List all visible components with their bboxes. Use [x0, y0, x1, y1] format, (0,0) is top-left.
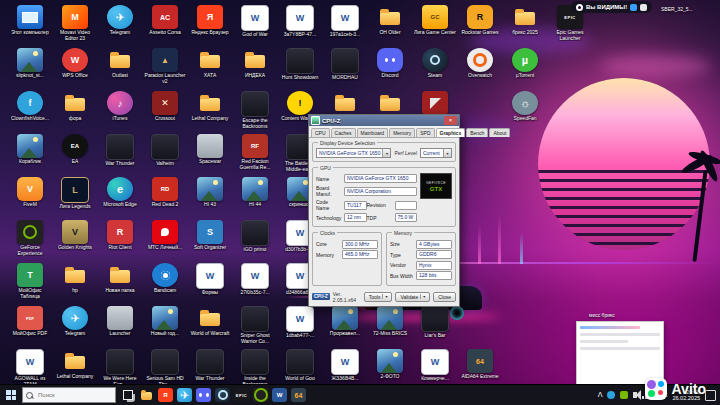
tab-bench[interactable]: Bench: [466, 128, 488, 137]
desktop-icon[interactable]: hp: [53, 263, 97, 294]
desktop-icon[interactable]: SpeedFan: [503, 91, 547, 122]
desktop-icon[interactable]: Paradox Launcher v2: [143, 48, 187, 84]
overlay-mini-icon[interactable]: [630, 4, 637, 11]
desktop-icon[interactable]: Movavi Video Editor 23: [53, 5, 97, 41]
volume-icon[interactable]: [633, 392, 637, 398]
overlay-mini-icon[interactable]: [640, 4, 647, 11]
desktop-icon[interactable]: Яндекс Браузер: [188, 5, 232, 36]
desktop-icon[interactable]: Проржавел...: [323, 306, 367, 337]
desktop-icon[interactable]: Outlast: [98, 48, 142, 79]
desktop-icon[interactable]: Red Dead 2: [143, 177, 187, 208]
desktop-icon[interactable]: slipknot_st...: [8, 48, 52, 79]
desktop-icon[interactable]: фора: [53, 91, 97, 122]
desktop-icon[interactable]: Inside the Backrooms: [233, 349, 277, 387]
search-input[interactable]: [36, 391, 104, 399]
tab-memory[interactable]: Memory: [389, 128, 415, 137]
telegram-tray-icon[interactable]: [607, 391, 615, 399]
word-icon[interactable]: [272, 388, 287, 402]
display-device-dropdown[interactable]: NVIDIA GeForce GTX 1650 ▾: [316, 148, 391, 158]
desktop-icon[interactable]: HI 43: [188, 177, 232, 208]
yandex-browser-icon[interactable]: [158, 388, 173, 402]
desktop-icon[interactable]: Rockstar Games: [458, 5, 502, 36]
desktop-icon[interactable]: Формы: [188, 263, 232, 296]
desktop-icon[interactable]: Bandicam: [143, 263, 187, 294]
desktop-icon[interactable]: Этот компьютер: [8, 5, 52, 36]
desktop-icon[interactable]: Golden Knights: [53, 220, 97, 251]
close-window-button[interactable]: Close: [433, 292, 456, 302]
desktop-icon[interactable]: Riot Client: [98, 220, 142, 251]
desktop-icon[interactable]: Steam: [413, 48, 457, 79]
desktop-icon[interactable]: ХАТА: [188, 48, 232, 79]
desktop-icon[interactable]: брикс 2025: [503, 5, 547, 36]
desktop-icon[interactable]: Sniper Ghost Warrior Co...: [233, 306, 277, 344]
desktop-icon[interactable]: Serious Sam HD The...: [143, 349, 187, 387]
close-button[interactable]: ×: [444, 116, 457, 125]
desktop-icon[interactable]: Assetto Corsa: [143, 5, 187, 36]
desktop-icon[interactable]: Overwatch: [458, 48, 502, 79]
perf-level-dropdown[interactable]: Current ▾: [420, 148, 452, 158]
desktop-icon[interactable]: World of Warcraft: [188, 306, 232, 337]
desktop-icon[interactable]: Escape the Backrooms: [233, 91, 277, 129]
desktop-icon[interactable]: AIDA64 Extreme: [458, 349, 502, 380]
desktop-icon[interactable]: MORDHAU: [323, 48, 367, 81]
desktop-icon[interactable]: 27f0b35c-7...: [233, 263, 277, 296]
desktop-icon[interactable]: МТС Личный...: [143, 220, 187, 251]
desktop-icon[interactable]: Кораблик: [8, 134, 52, 165]
tab-spd[interactable]: SPD: [416, 128, 434, 137]
cpuz-titlebar[interactable]: CPU-Z ×: [309, 115, 459, 126]
desktop-icon[interactable]: EA: [53, 134, 97, 165]
desktop-icon[interactable]: AGOWALL из 2ТАМ: [8, 349, 52, 387]
desktop-icon[interactable]: Новый год...: [143, 306, 187, 337]
tab-about[interactable]: About: [489, 128, 510, 137]
tab-caches[interactable]: Caches: [331, 128, 356, 137]
desktop-icon[interactable]: Soft Organizer: [188, 220, 232, 251]
epic-games-icon[interactable]: [234, 388, 249, 402]
desktop-icon[interactable]: Launcher: [98, 306, 142, 337]
desktop-icon[interactable]: Red Faction Guerrilla Re...: [233, 134, 277, 170]
desktop-icon[interactable]: МойОфис PDF: [8, 306, 52, 337]
desktop-icon[interactable]: ИНДЕКА: [233, 48, 277, 79]
desktop-icon[interactable]: War Thunder: [188, 349, 232, 382]
desktop-icon[interactable]: Новая папка: [98, 263, 142, 294]
desktop-icon[interactable]: 1dbab477-...: [278, 306, 322, 339]
desktop-icon[interactable]: HI 44: [233, 177, 277, 208]
desktop-icon[interactable]: Lethal Company: [53, 349, 97, 380]
geforce-experience-icon[interactable]: [253, 388, 268, 402]
start-button[interactable]: [0, 385, 22, 405]
discord-icon[interactable]: [196, 388, 211, 402]
desktop-icon[interactable]: Лига Game Center: [413, 5, 457, 36]
desktop-icon[interactable]: Коммерче...: [413, 349, 457, 382]
validate-button[interactable]: Validate ▾: [395, 292, 430, 302]
desktop-file-label[interactable]: мисс брикс: [589, 312, 615, 318]
desktop-icon[interactable]: Lethal Company: [188, 91, 232, 122]
desktop-icon[interactable]: God of War: [233, 5, 277, 38]
desktop-icon[interactable]: Telegram: [98, 5, 142, 36]
desktop-icon[interactable]: GeForce Experience: [8, 220, 52, 256]
telegram-icon[interactable]: [177, 388, 192, 402]
nvidia-tray-icon[interactable]: [620, 391, 628, 399]
desktop-icon[interactable]: ClownfishVoice...: [8, 91, 52, 122]
desktop-icon[interactable]: FiveM: [8, 177, 52, 208]
desktop-icon[interactable]: 3a7Y8BP-47...: [278, 5, 322, 38]
desktop-icon[interactable]: World of Goo: [278, 349, 322, 382]
desktop-icon[interactable]: War Thunder: [98, 134, 142, 167]
taskbar-search[interactable]: [22, 387, 116, 403]
desktop-icon[interactable]: Microsoft Edge: [98, 177, 142, 208]
desktop-icon[interactable]: МойОфис Таблица: [8, 263, 52, 299]
tools-button[interactable]: Tools ▾: [364, 292, 393, 302]
desktop-icon[interactable]: Telegram: [53, 306, 97, 337]
tab-graphics[interactable]: Graphics: [436, 128, 466, 137]
desktop-icon[interactable]: 2-ФОТО: [368, 349, 412, 380]
desktop-icon[interactable]: Valheim: [143, 134, 187, 167]
aida64-icon[interactable]: [291, 388, 306, 402]
tray-expand-chevron[interactable]: ᐱ: [598, 391, 603, 399]
tab-mainboard[interactable]: Mainboard: [357, 128, 389, 137]
desktop-file-label[interactable]: SBER_32_5...: [661, 6, 693, 12]
action-center-icon[interactable]: [705, 390, 716, 401]
desktop-icon[interactable]: 72-Miss BRICS: [368, 306, 412, 337]
file-explorer-icon[interactable]: [139, 388, 154, 402]
desktop-icon[interactable]: 197a1ceb-3...: [323, 5, 367, 38]
desktop-icon[interactable]: µTorrent: [503, 48, 547, 79]
desktop-icon[interactable]: Crossout: [143, 91, 187, 122]
steam-icon[interactable]: [215, 388, 230, 402]
